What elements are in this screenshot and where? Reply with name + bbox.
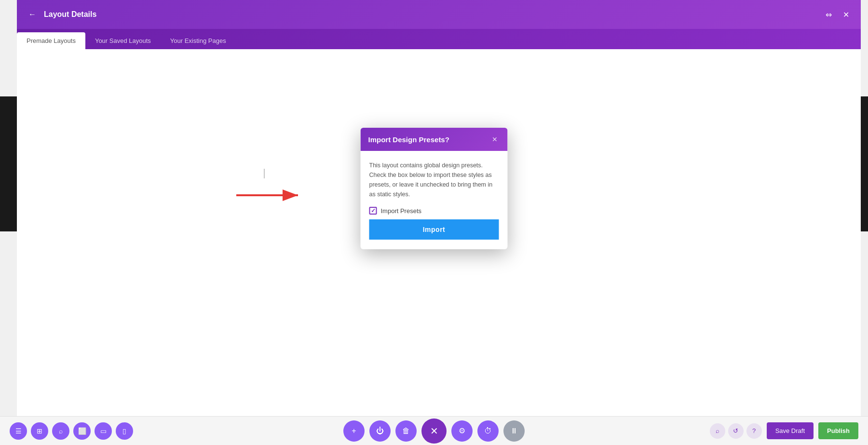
back-button[interactable]: ←: [27, 8, 38, 21]
plus-icon: +: [352, 427, 356, 435]
grid-button[interactable]: ⊞: [31, 422, 48, 440]
resize-button[interactable]: ⇔: [824, 8, 834, 21]
power-icon: ⏻: [376, 427, 384, 435]
dialog-title: Import Design Presets?: [368, 135, 449, 144]
close-center-button[interactable]: ✕: [421, 418, 447, 444]
pause-icon: ⏸: [510, 427, 518, 435]
settings-center-button[interactable]: ⚙: [451, 420, 473, 442]
mobile-button[interactable]: ▯: [116, 422, 133, 440]
refresh-icon: ↺: [733, 427, 738, 434]
grid-icon: ⊞: [37, 427, 42, 435]
question-icon: ?: [752, 427, 756, 434]
save-draft-button[interactable]: Save Draft: [767, 422, 814, 439]
tablet-button[interactable]: ▭: [95, 422, 112, 440]
add-center-button[interactable]: +: [343, 420, 365, 442]
red-arrow: [236, 186, 304, 205]
toolbar-right: ⌕ ↺ ? Save Draft Publish: [710, 422, 858, 439]
help-button[interactable]: ?: [746, 423, 762, 439]
dialog-body: This layout contains global design prese…: [361, 151, 508, 249]
dialog-description: This layout contains global design prese…: [369, 161, 499, 199]
dialog-header: Import Design Presets? ✕: [361, 128, 508, 151]
publish-button[interactable]: Publish: [818, 422, 858, 439]
tabs-bar: Premade Layouts Your Saved Layouts Your …: [17, 29, 861, 49]
header-left: ← Layout Details: [27, 8, 96, 21]
import-dialog: Import Design Presets? ✕ This layout con…: [361, 128, 508, 249]
tab-premade-layouts[interactable]: Premade Layouts: [17, 32, 85, 49]
menu-icon: ☰: [15, 427, 22, 435]
toolbar-left: ☰ ⊞ ⌕ ⬜ ▭ ▯: [10, 422, 133, 440]
import-button[interactable]: Import: [369, 219, 499, 240]
side-panel-right: [861, 96, 868, 231]
side-panel-left: [0, 96, 17, 231]
x-icon: ✕: [430, 425, 438, 437]
layout-title: Layout Details: [44, 10, 96, 19]
desktop-icon: ⬜: [78, 427, 86, 435]
checkbox-check-icon: ✓: [371, 207, 376, 214]
checkbox-row: ✓ Import Presets: [369, 207, 499, 215]
tab-saved-layouts[interactable]: Your Saved Layouts: [85, 32, 161, 49]
menu-button[interactable]: ☰: [10, 422, 27, 440]
history-center-button[interactable]: ⏱: [477, 420, 499, 442]
clock-icon: ⏱: [484, 427, 492, 435]
toolbar-center: + ⏻ 🗑 ✕ ⚙ ⏱ ⏸: [343, 418, 525, 444]
toolbar-right-icons: ⌕ ↺ ?: [710, 423, 762, 439]
search-right-icon: ⌕: [716, 427, 719, 434]
gear-icon: ⚙: [459, 426, 465, 435]
tablet-icon: ▭: [100, 427, 107, 435]
power-center-button[interactable]: ⏻: [369, 420, 391, 442]
close-header-button[interactable]: ✕: [841, 8, 851, 21]
trash-icon: 🗑: [402, 427, 410, 435]
search-button[interactable]: ⌕: [52, 422, 69, 440]
header-right: ⇔ ✕: [824, 8, 851, 21]
layout-header: ← Layout Details ⇔ ✕: [17, 0, 861, 29]
tab-existing-pages[interactable]: Your Existing Pages: [161, 32, 236, 49]
checkbox-label: Import Presets: [381, 207, 422, 215]
import-presets-checkbox[interactable]: ✓: [369, 207, 377, 215]
refresh-button[interactable]: ↺: [728, 423, 744, 439]
bottom-toolbar: ☰ ⊞ ⌕ ⬜ ▭ ▯ + ⏻ 🗑 ✕ ⚙: [0, 416, 868, 445]
search-icon: ⌕: [59, 427, 63, 435]
desktop-button[interactable]: ⬜: [73, 422, 91, 440]
dialog-close-button[interactable]: ✕: [489, 135, 500, 144]
mobile-icon: ▯: [122, 427, 126, 435]
search-right-button[interactable]: ⌕: [710, 423, 725, 439]
pause-center-button[interactable]: ⏸: [503, 420, 525, 442]
delete-center-button[interactable]: 🗑: [395, 420, 417, 442]
